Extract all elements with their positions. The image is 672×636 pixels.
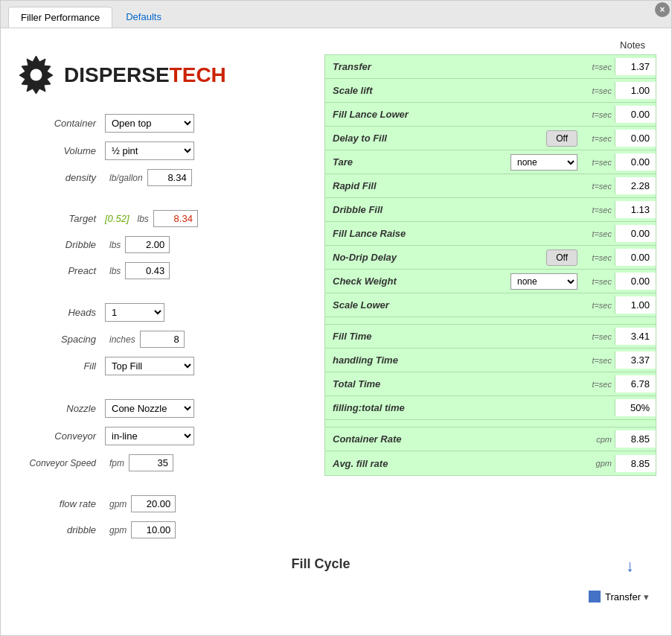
target-input[interactable] [153,210,198,227]
preact-unit: lbs [109,266,121,276]
perf-value-avg-fill-rate: 8.85 [615,455,656,472]
perf-unit-scale-lift: t=sec [581,86,615,95]
perf-label-no-drip-delay: No-Drip Delay [325,249,546,266]
perf-row-check-weight: Check Weight noneyesno t=sec 0.00 [325,270,656,293]
legend-dropdown-icon[interactable]: ▾ [644,591,649,602]
dribble-rate-input[interactable] [131,521,176,538]
perf-value-total-time: 6.78 [615,375,656,392]
perf-row-filling-total: filling:total time 50% [325,396,656,420]
perf-row-avg-fill-rate: Avg. fill rate gpm 8.85 [325,451,656,475]
right-panel: Transfer t=sec 1.37 Scale lift t=sec 1.0… [324,54,656,541]
perf-spacer-2 [325,420,656,427]
flow-rate-label: flow rate [16,498,105,509]
perf-label-tare: Tare [325,153,511,171]
perf-value-filling-total: 50% [615,399,656,416]
perf-value-fill-time: 3.41 [615,328,656,345]
perf-row-no-drip-delay: No-Drip Delay Off t=sec 0.00 [325,246,656,270]
check-weight-select[interactable]: noneyesno [511,273,577,290]
perf-unit-total-time: t=sec [581,380,615,389]
flow-rate-input[interactable] [131,495,176,512]
perf-row-transfer: Transfer t=sec 1.37 [325,55,656,79]
perf-value-scale-lift: 1.00 [615,82,656,99]
perf-value-container-rate: 8.85 [615,430,656,448]
perf-label-filling-total: filling:total time [325,399,581,416]
perf-row-dribble-fill: Dribble Fill t=sec 1.13 [325,198,656,222]
perf-row-scale-lift: Scale lift t=sec 1.00 [325,79,656,103]
perf-row-total-time: Total Time t=sec 6.78 [325,372,656,396]
perf-unit-transfer: t=sec [581,63,615,71]
density-label: density [16,172,105,183]
conveyor-select[interactable]: in-line rotary [105,427,194,445]
container-select[interactable]: Open top Closed top Bag [105,114,194,133]
volume-row: Volume ½ pint 1 pint 1 quart [16,141,310,160]
perf-unit-fill-lance-lower: t=sec [581,110,615,119]
perf-value-check-weight: 0.00 [615,273,656,290]
flow-rate-row: flow rate gpm [16,495,310,512]
logo-area: DISPERSETECH [16,54,310,95]
perf-unit-rapid-fill: t=sec [581,182,615,191]
dribble-rate-row: dribble gpm [16,521,310,538]
perf-row-fill-lance-raise: Fill Lance Raise t=sec 0.00 [325,222,656,246]
perf-value-rapid-fill: 2.28 [615,177,656,194]
perf-label-fill-lance-raise: Fill Lance Raise [325,225,581,242]
perf-row-fill-time: Fill Time t=sec 3.41 [325,325,656,349]
fill-row: Fill Top Fill Bottom Fill Foam Fill [16,357,310,375]
tab-bar: Filler Performance Defaults [1,1,671,28]
legend-label-transfer: Transfer [605,591,641,602]
svg-point-1 [31,69,42,81]
tab-filler-performance[interactable]: Filler Performance [8,7,112,28]
perf-value-dribble-fill: 1.13 [615,201,656,218]
check-weight-select-area: noneyesno [511,273,577,290]
tare-select[interactable]: nonebeforeafter [511,154,577,171]
density-input[interactable] [147,169,192,186]
nozzle-select[interactable]: Cone Nozzle Straight Nozzle [105,399,194,418]
perf-label-delay-to-fill: Delay to Fill [325,130,546,147]
heads-row: Heads 1234 [16,303,310,322]
no-drip-toggle[interactable]: Off [546,249,577,266]
perf-unit-handling-time: t=sec [581,356,615,365]
target-row: Target [0.52] lbs [16,210,310,227]
conveyor-row: Conveyor in-line rotary [16,427,310,445]
conveyor-speed-label: Conveyor Speed [16,458,105,468]
flow-rate-unit: gpm [109,499,127,509]
perf-value-delay-to-fill: 0.00 [615,130,656,147]
perf-value-scale-lower: 1.00 [615,296,656,314]
no-drip-toggle-area: Off [546,249,577,266]
tab-defaults[interactable]: Defaults [114,7,173,28]
delay-to-fill-toggle[interactable]: Off [546,130,577,147]
heads-select[interactable]: 1234 [105,303,164,322]
close-button[interactable]: × [655,2,670,17]
tare-select-area: nonebeforeafter [511,154,577,171]
logo-icon [16,54,57,95]
logo-disperse: DISPERSE [64,63,170,86]
perf-unit-dribble-fill: t=sec [581,206,615,214]
spacing-label: Spacing [16,334,105,345]
nozzle-label: Nozzle [16,403,105,414]
fill-select[interactable]: Top Fill Bottom Fill Foam Fill [105,357,194,375]
down-arrow-icon[interactable]: ↓ [626,556,634,576]
spacing-unit: inches [109,334,135,345]
perf-value-tare: 0.00 [615,153,656,171]
preact-label: Preact [16,265,105,276]
main-content: Notes DISPERSETECH [1,28,671,614]
preact-input[interactable] [125,262,170,279]
dribble-input[interactable] [125,236,170,253]
perf-value-transfer: 1.37 [615,58,656,75]
spacing-row: Spacing inches [16,331,310,348]
conveyor-speed-row: Conveyor Speed fpm [16,454,310,471]
volume-label: Volume [16,145,105,156]
form-section: Container Open top Closed top Bag Volume… [16,114,310,541]
dribble-rate-label: dribble [16,524,105,535]
preact-row: Preact lbs [16,262,310,279]
left-panel: DISPERSETECH Container Open top Closed t… [16,54,310,541]
logo-tech: TECH [170,63,226,86]
perf-unit-fill-time: t=sec [581,332,615,341]
volume-select[interactable]: ½ pint 1 pint 1 quart [105,141,194,160]
perf-unit-check-weight: t=sec [581,277,615,286]
conveyor-speed-input[interactable] [129,454,173,471]
spacing-input[interactable] [140,331,185,348]
density-row: density lb/gallon [16,169,310,186]
target-unit: lbs [138,214,149,224]
dribble-rate-unit: gpm [109,525,127,535]
dribble-row: Dribble lbs [16,236,310,253]
